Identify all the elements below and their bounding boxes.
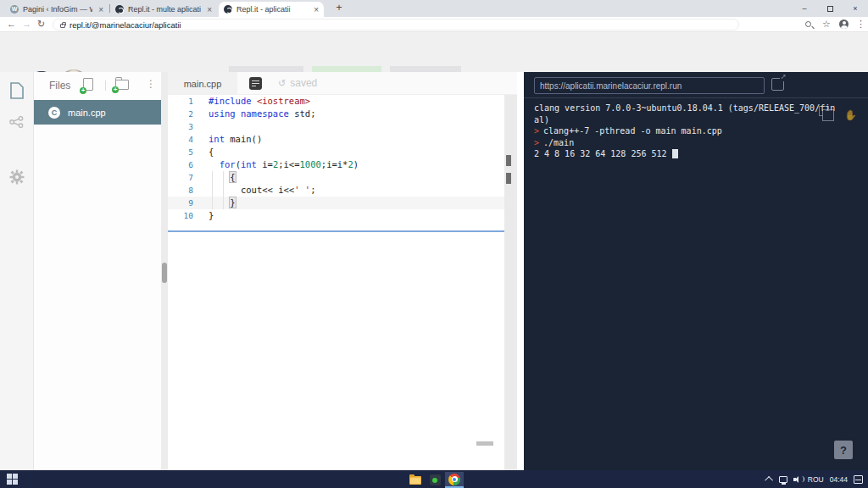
- code-line[interactable]: 2using namespace std;: [168, 108, 504, 120]
- hand-cursor-icon: ✋: [844, 109, 857, 121]
- screen: WPagini ‹ InfoGim — WordPress.co×Repl.it…: [0, 0, 868, 488]
- cpp-file-icon: C: [48, 107, 60, 119]
- console-url-bar: [524, 72, 868, 98]
- tab-close-icon[interactable]: ×: [314, 5, 319, 14]
- code-line[interactable]: 6 for(int i=2;i<=1000;i=i*2): [168, 158, 504, 171]
- terminal-line: >./main: [534, 137, 860, 149]
- active-line-underline: [168, 230, 504, 232]
- maximize-button[interactable]: [817, 0, 843, 17]
- window-controls: – ×: [792, 0, 868, 17]
- console-url-input[interactable]: [534, 77, 765, 94]
- replit-favicon: [115, 5, 124, 14]
- terminal-cursor: [672, 149, 678, 158]
- line-number: 3: [168, 120, 193, 133]
- code-line[interactable]: 8 cout<< i<<' ';: [168, 184, 504, 197]
- url-text[interactable]: repl.it/@marinelacaciur/aplicatii: [70, 20, 181, 30]
- notification-icon[interactable]: [854, 475, 863, 484]
- code-line[interactable]: 9 }: [168, 197, 504, 209]
- tab-title: Repl.it - multe aplicatii in C++: [128, 5, 201, 14]
- code-line[interactable]: 4int main(): [168, 133, 504, 146]
- scrollbar-mark: [506, 155, 511, 166]
- code-line[interactable]: 10}: [168, 209, 504, 222]
- save-status: ↺ saved: [278, 77, 317, 89]
- replit-header: @marinelacaciur/apli… ✎ C No description…: [0, 32, 868, 72]
- files-menu-button[interactable]: ⋮: [146, 78, 156, 90]
- tool-rail: [0, 72, 34, 470]
- history-icon[interactable]: ↺: [278, 78, 286, 89]
- tray-chevron-icon[interactable]: [765, 476, 773, 485]
- line-number: 4: [168, 133, 193, 146]
- refresh-button[interactable]: ↻: [37, 19, 45, 30]
- code-line[interactable]: 3: [168, 120, 504, 133]
- code-text: int main(): [193, 133, 262, 146]
- address-bar[interactable]: repl.it/@marinelacaciur/aplicatii: [53, 19, 739, 30]
- files-tool-icon[interactable]: [9, 82, 25, 99]
- code-line[interactable]: 7 {: [168, 171, 504, 184]
- code-line[interactable]: 5{: [168, 146, 504, 158]
- language-label[interactable]: ROU: [808, 475, 824, 484]
- new-tab-button[interactable]: +: [332, 2, 346, 15]
- forward-button[interactable]: →: [22, 19, 31, 29]
- network-icon[interactable]: [779, 476, 787, 483]
- editor-hscrollbar-thumb[interactable]: [476, 441, 493, 446]
- format-icon[interactable]: [249, 77, 262, 90]
- settings-gear-icon[interactable]: [9, 169, 25, 185]
- file-explorer-icon[interactable]: [406, 472, 425, 488]
- indent-guide: [223, 171, 224, 209]
- plus-badge: +: [80, 87, 86, 94]
- console-output[interactable]: clang version 7.0.0-3~ubuntu0.18.04.1 (t…: [534, 103, 860, 160]
- system-tray: ROU 04:44: [767, 470, 868, 488]
- browser-menu-icon[interactable]: ⋮: [856, 19, 865, 30]
- scrollbar-mark: [506, 173, 511, 184]
- plus-badge: +: [112, 86, 119, 93]
- code-line[interactable]: 1#include <iostream>: [168, 95, 504, 108]
- back-button[interactable]: ←: [7, 19, 16, 29]
- terminal-line: 2 4 8 16 32 64 128 256 512: [534, 148, 860, 160]
- editor-tab-main-cpp[interactable]: main.cpp: [168, 72, 237, 95]
- code-lines: 1#include <iostream>2using namespace std…: [168, 95, 504, 222]
- code-text: for(int i=2;i<=1000;i=i*2): [193, 158, 359, 171]
- close-button[interactable]: ×: [843, 0, 868, 17]
- saved-label: saved: [290, 77, 317, 89]
- minimize-button[interactable]: –: [792, 0, 817, 17]
- editor-scrollbar[interactable]: [504, 95, 517, 470]
- volume-icon[interactable]: [793, 475, 802, 483]
- tab-separator: [109, 4, 110, 13]
- files-scrollbar[interactable]: [161, 72, 168, 470]
- line-number: 5: [168, 146, 193, 158]
- line-number: 7: [168, 171, 193, 184]
- profile-icon[interactable]: [839, 19, 849, 29]
- chrome-taskbar-icon[interactable]: [445, 472, 464, 488]
- files-scrollbar-thumb[interactable]: [162, 263, 167, 283]
- terminal-prompt: >: [534, 138, 539, 147]
- browser-tab[interactable]: Repl.it - aplicatii×: [219, 2, 324, 17]
- replit-favicon: [224, 5, 232, 14]
- console-help-button[interactable]: ?: [834, 441, 853, 459]
- editor-tab-bar: main.cpp ↺ saved: [168, 72, 517, 95]
- browser-toolbar: ← → ↻ repl.it/@marinelacaciur/aplicatii …: [0, 17, 868, 32]
- tab-close-icon[interactable]: ×: [98, 5, 103, 14]
- copy-overlay-icon[interactable]: [819, 106, 829, 116]
- ide-app-icon[interactable]: [426, 472, 444, 488]
- files-panel: Files + + ⋮ C main.cpp: [34, 72, 161, 470]
- open-in-new-tab-icon[interactable]: [771, 78, 784, 91]
- indent-guide: [212, 171, 213, 209]
- code-text: #include <iostream>: [193, 95, 310, 108]
- share-nodes-icon[interactable]: [9, 116, 24, 128]
- code-text: [193, 120, 209, 133]
- clock[interactable]: 04:44: [830, 475, 848, 484]
- line-number: 10: [168, 209, 193, 222]
- start-button[interactable]: [7, 474, 18, 485]
- zoom-icon[interactable]: [805, 21, 811, 27]
- code-area[interactable]: 1#include <iostream>2using namespace std…: [168, 95, 504, 470]
- tab-close-icon[interactable]: ×: [207, 5, 212, 14]
- add-file-button[interactable]: +: [83, 78, 93, 91]
- bookmark-star-icon[interactable]: ☆: [822, 19, 831, 30]
- line-number: 1: [168, 95, 193, 108]
- code-text: }: [193, 209, 214, 222]
- file-item-main-cpp[interactable]: C main.cpp: [34, 100, 161, 125]
- browser-tab[interactable]: Repl.it - multe aplicatii in C++×: [110, 2, 217, 17]
- add-folder-button[interactable]: +: [115, 80, 129, 90]
- browser-tab[interactable]: WPagini ‹ InfoGim — WordPress.co×: [5, 2, 108, 17]
- line-number: 8: [168, 184, 193, 197]
